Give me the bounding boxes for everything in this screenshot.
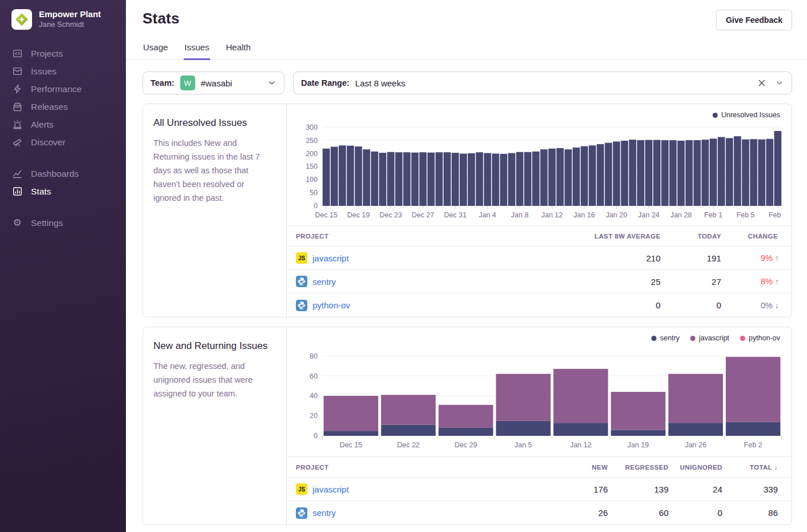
python-platform-icon [296, 507, 307, 519]
cell-value: 60 [608, 508, 668, 518]
column-header-new: NEW [539, 464, 608, 471]
column-header-today: TODAY [660, 233, 721, 240]
sidebar-item-stats[interactable]: Stats [11, 182, 126, 200]
column-header-total[interactable]: TOTAL ↓ [722, 463, 792, 471]
svg-text:40: 40 [310, 392, 318, 400]
stats-icon [11, 186, 23, 197]
legend-dot-icon [713, 113, 718, 118]
svg-text:60: 60 [310, 372, 318, 380]
cell-value: 86 [722, 508, 792, 518]
issues-icon [11, 66, 23, 77]
filter-bar: Team: W #wasabi Date Range: Last 8 weeks [126, 60, 807, 94]
svg-text:Dec 15: Dec 15 [339, 441, 362, 449]
svg-text:300: 300 [306, 124, 318, 132]
sidebar-item-projects[interactable]: Projects [11, 45, 126, 62]
legend-item-sentry[interactable]: sentry [651, 334, 679, 342]
svg-text:Jan 8: Jan 8 [511, 211, 529, 219]
svg-text:50: 50 [310, 189, 318, 197]
tab-health[interactable]: Health [226, 39, 251, 60]
column-header-project: PROJECT [287, 233, 535, 240]
svg-text:Dec 19: Dec 19 [347, 211, 370, 219]
table-row: JSjavascript17613924339 [287, 478, 792, 501]
table-row: python-ov000% ↓ [287, 293, 792, 317]
sort-desc-icon: ↓ [774, 463, 778, 471]
legend-dot-icon [740, 336, 745, 341]
team-select[interactable]: Team: W #wasabi [143, 72, 284, 94]
page-title: Stats [143, 10, 180, 27]
column-header-unignored: UNIGNORED [668, 464, 722, 471]
date-range-label: Date Range: [301, 78, 350, 88]
svg-text:Jan 26: Jan 26 [685, 441, 707, 449]
legend-dot-icon [690, 336, 695, 341]
project-link-javascript[interactable]: javascript [312, 485, 349, 494]
svg-text:Jan 12: Jan 12 [570, 441, 592, 449]
svg-text:Jan 24: Jan 24 [638, 211, 660, 219]
cell-value: 0 [660, 300, 721, 310]
team-value: #wasabi [201, 78, 232, 88]
svg-text:Jan 19: Jan 19 [627, 441, 649, 449]
table-row: sentry2660086 [287, 501, 792, 525]
discover-icon [11, 137, 23, 148]
releases-icon [11, 101, 23, 113]
sidebar-item-releases[interactable]: Releases [11, 98, 126, 116]
new-returning-issues-chart[interactable]: 020406080Dec 15Dec 22Dec 29Jan 5Jan 12Ja… [296, 343, 782, 453]
panel-all-unresolved-issues: All Unresolved Issues This includes New … [143, 104, 792, 317]
panel-description: The new, regressed, and unignored issues… [153, 359, 274, 400]
legend-item-python-ov[interactable]: python-ov [740, 334, 780, 342]
panel-description: This includes New and Returning issues i… [153, 136, 274, 205]
sidebar: Empower Plant Jane Schmidt ProjectsIssue… [0, 0, 126, 532]
project-link-python-ov[interactable]: python-ov [312, 300, 350, 310]
project-link-sentry[interactable]: sentry [312, 277, 336, 287]
svg-text:Dec 31: Dec 31 [444, 211, 467, 219]
sidebar-item-discover[interactable]: Discover [11, 133, 126, 151]
sidebar-item-dashboards[interactable]: Dashboards [11, 165, 126, 182]
tab-usage[interactable]: Usage [143, 39, 168, 60]
cell-value: 25 [535, 277, 660, 287]
svg-text:Jan 16: Jan 16 [573, 211, 595, 219]
project-link-sentry[interactable]: sentry [312, 508, 336, 518]
svg-text:Feb 9: Feb 9 [769, 211, 782, 219]
svg-text:200: 200 [306, 150, 318, 158]
svg-text:Dec 23: Dec 23 [379, 211, 402, 219]
svg-text:Dec 27: Dec 27 [412, 211, 434, 219]
sidebar-item-alerts[interactable]: Alerts [11, 116, 126, 133]
javascript-platform-icon: JS [296, 483, 307, 495]
org-logo-icon [11, 9, 32, 30]
cell-value: 210 [535, 253, 660, 263]
settings-icon: ⚙ [11, 217, 23, 229]
give-feedback-button[interactable]: Give Feedback [716, 10, 792, 30]
svg-text:80: 80 [310, 352, 318, 360]
org-switcher[interactable]: Empower Plant Jane Schmidt [11, 9, 126, 30]
alerts-icon [11, 119, 23, 130]
sidebar-item-performance[interactable]: Performance [11, 80, 126, 98]
app-window: Empower Plant Jane Schmidt ProjectsIssue… [0, 0, 807, 532]
unresolved-issues-table: PROJECTLAST 8W AVERAGETODAYCHANGEJSjavas… [287, 225, 792, 317]
svg-text:Feb 2: Feb 2 [744, 441, 762, 449]
column-header-project: PROJECT [287, 464, 539, 471]
date-range-select[interactable]: Date Range: Last 8 weeks [293, 72, 792, 94]
legend-item-unresolved-issues[interactable]: Unresolved Issues [713, 111, 780, 119]
change-value: 9% ↑ [721, 253, 792, 263]
table-row: JSjavascript2101919% ↑ [287, 247, 792, 270]
trend-up-icon: ↑ [775, 253, 779, 263]
svg-text:20: 20 [310, 412, 318, 420]
svg-text:Jan 4: Jan 4 [479, 211, 497, 219]
legend-item-javascript[interactable]: javascript [690, 334, 729, 342]
svg-text:Jan 28: Jan 28 [670, 211, 692, 219]
unresolved-issues-chart[interactable]: 050100150200250300Dec 15Dec 19Dec 23Dec … [296, 120, 782, 222]
sidebar-item-settings[interactable]: ⚙Settings [11, 214, 126, 232]
tab-issues[interactable]: Issues [184, 39, 209, 60]
team-label: Team: [151, 78, 175, 88]
cell-value: 0 [668, 508, 722, 518]
chevron-down-icon [267, 78, 276, 88]
chart-legend: sentryjavascriptpython-ov [296, 333, 782, 343]
svg-text:150: 150 [306, 163, 318, 171]
project-link-javascript[interactable]: javascript [312, 253, 349, 263]
cell-value: 339 [722, 485, 792, 494]
svg-text:0: 0 [314, 202, 318, 210]
python-platform-icon [296, 276, 307, 287]
sidebar-item-issues[interactable]: Issues [11, 62, 126, 80]
clear-icon[interactable] [755, 77, 768, 89]
cell-value: 27 [660, 277, 721, 287]
svg-text:Jan 20: Jan 20 [606, 211, 627, 219]
